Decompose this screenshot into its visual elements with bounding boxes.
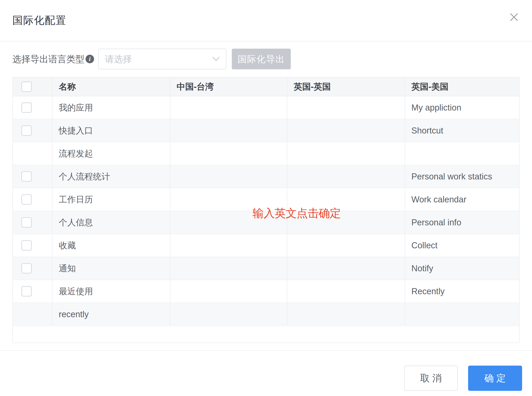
cell-en-uk[interactable] [287,234,405,257]
table-row: 最近使用Recently [13,280,519,303]
close-icon [509,12,519,23]
cell-zh-tw[interactable] [170,142,287,165]
column-header-en-uk: 英国-英国 [287,77,405,96]
cell-en-us[interactable]: Personal info [405,211,519,234]
row-checkbox[interactable] [21,125,32,136]
column-header-zh-tw: 中国-台湾 [170,77,287,96]
table-row: 个人流程统计Personal work statics [13,165,519,188]
cell-en-us[interactable]: Notify [405,257,519,280]
table-header-row: 名称 中国-台湾 英国-英国 英国-美国 [13,77,519,96]
cell-en-us[interactable]: Work calendar [405,188,519,211]
cell-en-uk[interactable] [287,119,405,142]
row-select-cell [13,257,52,280]
row-select-cell [13,188,52,211]
cell-en-us[interactable]: Shortcut [405,119,519,142]
cell-en-uk[interactable] [287,280,405,303]
row-checkbox[interactable] [21,217,32,228]
cell-en-uk[interactable] [287,303,405,326]
close-button[interactable] [508,11,520,23]
table-row: recently [13,303,519,326]
column-header-name: 名称 [52,77,170,96]
select-all-checkbox[interactable] [21,82,32,92]
row-checkbox[interactable] [21,286,32,297]
language-select[interactable]: 请选择 [98,49,226,69]
cell-en-us[interactable]: Recently [405,280,519,303]
row-checkbox[interactable] [21,102,32,113]
row-select-cell [13,96,52,119]
cell-name: 个人信息 [52,211,170,234]
cell-en-us[interactable] [405,142,519,165]
cell-zh-tw[interactable] [170,96,287,119]
modal-footer: 取 消 确 定 [0,350,532,391]
row-select-cell [13,165,52,188]
cell-zh-tw[interactable] [170,165,287,188]
row-checkbox[interactable] [21,171,32,182]
cell-name: 通知 [52,257,170,280]
export-language-label: 选择导出语言类型 [12,53,84,65]
cell-name: 我的应用 [52,96,170,119]
cell-en-uk[interactable] [287,142,405,165]
i18n-config-modal: 国际化配置 选择导出语言类型 i 请选择 国际化导出 名称 中国-台湾 英国-英… [0,0,532,391]
cell-name: 工作日历 [52,188,170,211]
confirm-button[interactable]: 确 定 [468,366,522,391]
modal-title: 国际化配置 [12,13,66,28]
table-empty-footer [13,326,519,343]
cell-en-us[interactable]: Personal work statics [405,165,519,188]
row-checkbox[interactable] [21,263,32,274]
table-row: 通知Notify [13,257,519,280]
info-icon: i [86,55,94,63]
row-checkbox[interactable] [21,194,32,205]
modal-header: 国际化配置 [0,0,532,41]
annotation-text: 输入英文点击确定 [253,206,341,221]
cell-name: recently [52,303,170,326]
table-row: 快捷入口Shortcut [13,119,519,142]
cell-zh-tw[interactable] [170,303,287,326]
row-select-cell [13,303,52,326]
cell-en-uk[interactable] [287,257,405,280]
select-all-cell [13,77,52,96]
cell-en-us[interactable] [405,303,519,326]
cell-en-uk[interactable] [287,96,405,119]
cell-name: 流程发起 [52,142,170,165]
row-checkbox[interactable] [21,240,32,250]
row-select-cell [13,119,52,142]
cell-zh-tw[interactable] [170,257,287,280]
row-select-cell [13,234,52,257]
column-header-en-us: 英国-美国 [405,77,519,96]
i18n-export-button[interactable]: 国际化导出 [232,49,291,69]
select-placeholder: 请选择 [105,53,132,65]
table-row: 流程发起 [13,142,519,165]
chevron-down-icon [212,56,220,62]
cell-name: 快捷入口 [52,119,170,142]
cancel-button[interactable]: 取 消 [404,366,458,391]
cell-name: 收藏 [52,234,170,257]
cell-en-us[interactable]: Collect [405,234,519,257]
row-select-cell [13,280,52,303]
cell-en-us[interactable]: My appliction [405,96,519,119]
row-select-cell [13,142,52,165]
table-row: 收藏Collect [13,234,519,257]
cell-zh-tw[interactable] [170,119,287,142]
row-select-cell [13,211,52,234]
cell-zh-tw[interactable] [170,234,287,257]
cell-zh-tw[interactable] [170,280,287,303]
export-controls: 选择导出语言类型 i 请选择 国际化导出 [12,49,520,69]
table-row: 我的应用My appliction [13,96,519,119]
cell-name: 个人流程统计 [52,165,170,188]
cell-name: 最近使用 [52,280,170,303]
cell-en-uk[interactable] [287,165,405,188]
